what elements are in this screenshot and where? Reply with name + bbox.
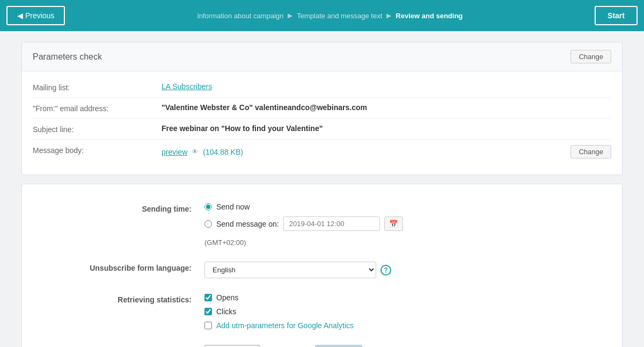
opens-row: Opens	[204, 293, 611, 302]
send-on-row: Send message on: 📅	[204, 216, 611, 231]
parameters-table: Mailing list: LA Subscribers "From:" ema…	[22, 71, 622, 175]
step-3-label: Review and sending	[396, 12, 463, 20]
upload-button[interactable]: ⬆ Upload	[315, 345, 362, 347]
breadcrumb: Information about campaign ▶ Template an…	[197, 12, 463, 20]
message-body-left: preview 👁 (104.88 KB)	[162, 148, 243, 156]
unsubscribe-language-control: English French German Spanish Italian ?	[204, 262, 611, 278]
subject-line-row: Subject line: Free webinar on "How to fi…	[33, 119, 611, 140]
header: ◀ Previous Information about campaign ▶ …	[0, 0, 644, 31]
arrow-2: ▶	[386, 12, 391, 19]
help-icon[interactable]: ?	[380, 265, 391, 276]
message-body-value: preview 👁 (104.88 KB) Change	[162, 145, 611, 158]
message-body-change-button[interactable]: Change	[570, 145, 611, 158]
start-button[interactable]: Start	[595, 6, 638, 25]
choose-file-button[interactable]: Choose File	[204, 345, 260, 347]
send-on-radio[interactable]	[204, 220, 212, 228]
from-email-text: "Valentine Webster & Co" valentineandco@…	[162, 103, 367, 112]
utm-row: Add utm-parameters for Google Analytics	[204, 321, 611, 330]
attach-files-control: Choose File No file chosen ⬆ Upload	[204, 345, 611, 347]
preview-link[interactable]: preview	[162, 148, 187, 156]
calendar-button[interactable]: 📅	[384, 216, 403, 231]
statistics-control: Opens Clicks Add utm-parameters for Goog…	[204, 293, 611, 330]
parameters-check-card: Parameters check Change Mailing list: LA…	[21, 42, 623, 175]
language-select-wrap: English French German Spanish Italian ?	[204, 262, 611, 278]
from-email-label: "From:" email address:	[33, 103, 162, 113]
sending-time-row: Sending time: Send now Send message on: …	[33, 195, 611, 254]
sending-time-label: Sending time:	[33, 203, 204, 213]
clicks-label[interactable]: Clicks	[216, 307, 236, 316]
clicks-row: Clicks	[204, 307, 611, 316]
send-on-label[interactable]: Send message on:	[216, 220, 279, 228]
eye-icon: 👁	[192, 148, 199, 156]
statistics-label: Retrieving statistics:	[33, 293, 204, 304]
subject-line-value: Free webinar on "How to find your Valent…	[162, 124, 611, 133]
parameters-change-button[interactable]: Change	[570, 50, 611, 63]
utm-label[interactable]: Add utm-parameters for Google Analytics	[216, 321, 354, 330]
attach-files-row: Attach files: Choose File No file chosen…	[33, 337, 611, 347]
mailing-list-value: LA Subscribers	[162, 82, 611, 91]
parameters-check-header: Parameters check Change	[22, 42, 622, 71]
send-now-radio[interactable]	[204, 203, 212, 211]
message-body-row: Message body: preview 👁 (104.88 KB) Chan…	[33, 140, 611, 164]
form-body: Sending time: Send now Send message on: …	[22, 184, 622, 347]
opens-label[interactable]: Opens	[216, 293, 238, 302]
send-now-row: Send now	[204, 203, 611, 211]
from-email-row: "From:" email address: "Valentine Webste…	[33, 98, 611, 119]
clicks-checkbox[interactable]	[204, 308, 212, 315]
file-upload-row: Choose File No file chosen ⬆ Upload	[204, 345, 611, 347]
attach-files-label: Attach files:	[33, 345, 204, 347]
arrow-1: ▶	[288, 12, 292, 19]
sending-time-radio-group: Send now Send message on: 📅 (GMT+02:00)	[204, 203, 611, 247]
unsubscribe-language-row: Unsubscribe form language: English Frenc…	[33, 254, 611, 286]
previous-button[interactable]: ◀ Previous	[6, 6, 65, 25]
parameters-check-title: Parameters check	[33, 52, 102, 62]
subject-line-label: Subject line:	[33, 124, 162, 134]
step-1-label: Information about campaign	[197, 12, 283, 20]
mailing-list-label: Mailing list:	[33, 82, 162, 92]
mailing-list-link[interactable]: LA Subscribers	[162, 82, 212, 91]
statistics-checkbox-group: Opens Clicks Add utm-parameters for Goog…	[204, 293, 611, 330]
mailing-list-row: Mailing list: LA Subscribers	[33, 77, 611, 98]
sending-time-control: Send now Send message on: 📅 (GMT+02:00)	[204, 203, 611, 247]
date-input[interactable]	[283, 216, 380, 231]
message-body-label: Message body:	[33, 145, 162, 155]
statistics-row: Retrieving statistics: Opens Clicks	[33, 286, 611, 337]
utm-checkbox[interactable]	[204, 322, 212, 329]
opens-checkbox[interactable]	[204, 294, 212, 301]
language-select[interactable]: English French German Spanish Italian	[204, 262, 376, 278]
message-size: (104.88 KB)	[203, 148, 243, 156]
unsubscribe-language-label: Unsubscribe form language:	[33, 262, 204, 272]
step-2-label: Template and message text	[297, 12, 382, 20]
from-email-value: "Valentine Webster & Co" valentineandco@…	[162, 103, 611, 112]
timezone-label: (GMT+02:00)	[204, 238, 611, 247]
utm-link[interactable]: Add utm-parameters for Google Analytics	[216, 321, 354, 330]
main-content: Parameters check Change Mailing list: LA…	[0, 31, 644, 347]
send-now-label[interactable]: Send now	[216, 203, 250, 211]
subject-line-text: Free webinar on "How to find your Valent…	[162, 124, 323, 133]
form-card: Sending time: Send now Send message on: …	[21, 184, 623, 347]
